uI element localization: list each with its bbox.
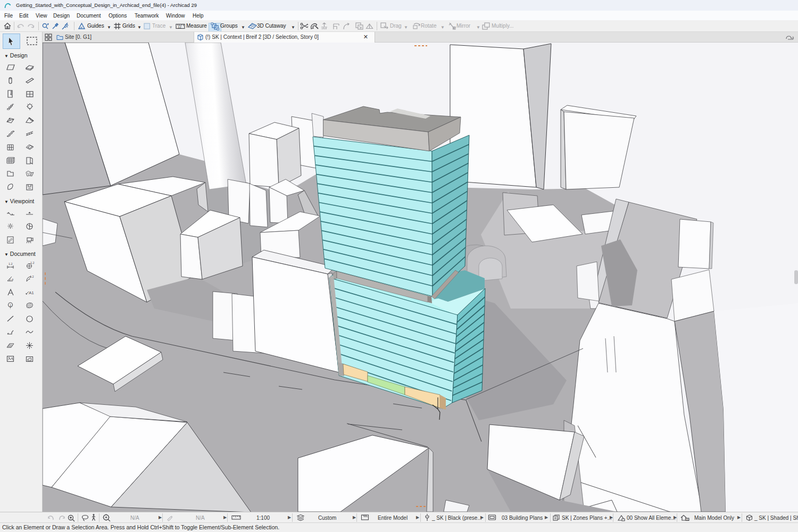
svg-text:3D: 3D bbox=[686, 518, 689, 521]
svg-text:1.2: 1.2 bbox=[30, 261, 35, 264]
svg-text:α: α bbox=[12, 278, 14, 281]
svg-text:1: 1 bbox=[10, 304, 12, 307]
svg-text:1.2: 1.2 bbox=[9, 262, 13, 265]
svg-text:12: 12 bbox=[178, 25, 182, 29]
svg-text:A1: A1 bbox=[29, 290, 34, 295]
svg-text:1.2: 1.2 bbox=[30, 275, 34, 278]
